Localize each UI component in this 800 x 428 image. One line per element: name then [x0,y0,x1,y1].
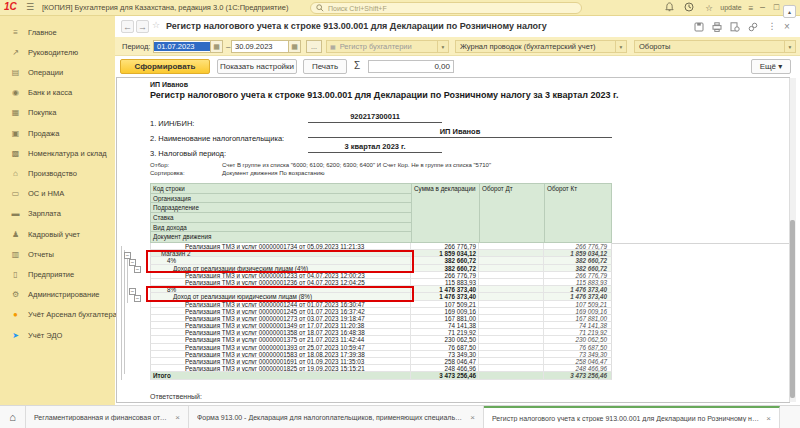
calendar-icon[interactable]: ▦ [210,41,222,52]
table-row[interactable]: Реализация ТМЗ и услуг 00000001358 от 18… [150,329,612,336]
date-from-field[interactable]: 01.07.2023 ▦ [153,40,223,53]
register-icon: ▦ [327,43,336,50]
table-row[interactable]: Реализация ТМЗ и услуг 00000001393 от 25… [150,344,612,351]
sidebar-item[interactable]: ▬Зарплата [0,204,115,224]
table-row[interactable]: Реализация ТМЗ и услуг 00000001233 от 04… [150,272,612,279]
bottom-tab[interactable]: Форма 913.00 - Декларация для налогоплат… [189,406,484,428]
table-header-row-label: Организация [151,194,411,204]
close-tab-icon[interactable]: × [470,413,475,422]
scrollbar-thumb[interactable] [790,220,795,398]
sidebar-item[interactable]: ▦Покупка [0,103,115,123]
sidebar-item[interactable]: ◉Банк и касса [0,83,115,103]
sidebar-item[interactable]: ▭ОС и НМА [0,184,115,204]
table-header-row-label: Вид дохода [151,223,411,233]
register-type-select[interactable]: ▦ Регистр бухгалтерии ▾ [326,40,449,53]
close-form-icon[interactable]: × [780,21,794,33]
more-kebab-icon[interactable]: ⋮ [765,21,779,33]
calendar-icon[interactable]: ▦ [288,41,300,52]
generate-button[interactable]: Сформировать [120,59,210,74]
journal-select[interactable]: Журнал проводок (бухгалтерский учет) ▾ [455,40,627,53]
sidebar-item[interactable]: ↗Руководителю [0,42,115,62]
table-row[interactable]: Реализация ТМЗ и услуг 00000001273 от 03… [150,315,612,322]
sum-field[interactable]: 0,00 [368,60,454,73]
chevron-down-icon[interactable]: ▾ [437,41,448,52]
save-icon[interactable] [692,21,706,33]
sidebar-item[interactable]: ≡Главное [0,22,115,42]
date-to-value[interactable]: 30.09.2023 [232,42,288,51]
sidebar-item-label: Руководителю [28,48,78,57]
sidebar-item[interactable]: ➤Учёт ЭДО [0,325,115,345]
bottom-tab[interactable]: Регистр налогового учета к строке 913.00… [484,406,780,428]
collapse-group-icon[interactable]: − [129,259,136,266]
forward-button[interactable]: → [136,20,149,33]
bottom-tab[interactable]: Регламентированная и финансовая отчетнос… [26,406,189,428]
sidebar-item[interactable]: ▯Предприятие [0,264,115,284]
row-sum: 258 046,47 [411,358,479,364]
sidebar-item[interactable]: ⌂Производство [0,163,115,183]
chevron-down-icon[interactable]: ▾ [615,41,626,52]
back-button[interactable]: ← [121,20,134,33]
period-options-button[interactable]: ... [306,40,322,53]
sidebar-item[interactable]: ⚙Администрирование [0,285,115,305]
sidebar-item[interactable]: ▥Отчеты [0,244,115,264]
table-row[interactable]: Реализация ТМЗ и услуг 00000001583 от 18… [150,351,612,358]
register-type-value: Регистр бухгалтерии [336,42,437,51]
sidebar-item-label: Отчеты [28,250,54,259]
global-search-input[interactable]: Поиск Ctrl+Shift+F [310,2,582,14]
preview-search-icon[interactable] [728,21,742,33]
table-row[interactable]: Реализация ТМЗ и услуг 00000001375 от 21… [150,336,612,343]
update-label[interactable]: update [718,2,744,14]
history-clock-icon[interactable] [682,2,696,14]
turnovers-select[interactable]: Обороты ▾ [634,40,796,53]
report-title: Регистр налогового учета к строке 913.00… [150,90,624,101]
table-row[interactable]: Реализация ТМЗ и услуг 00000001825 от 19… [150,365,612,372]
collapse-group-icon[interactable]: − [134,295,141,302]
close-tab-icon[interactable]: × [175,413,180,422]
row-credit: 230 062,50 [544,336,609,342]
row-credit: 1 476 373,40 [544,293,609,299]
date-to-field[interactable]: 30.09.2023 ▦ [231,40,301,53]
sidebar-item[interactable]: ♟Кадровый учет [0,224,115,244]
column-header-credit: Оборот Кт [545,184,611,242]
search-placeholder: Поиск Ctrl+Shift+F [328,5,387,12]
chevron-down-icon[interactable]: ▾ [784,41,795,52]
period-label: Период: [122,42,150,51]
row-sum: 107 509,21 [411,301,479,307]
favorites-star-icon[interactable]: ☆ [702,2,716,14]
table-total-row[interactable]: Итого3 473 256,463 473 256,46 [150,372,612,380]
show-settings-button[interactable]: Показать настройки [217,59,297,74]
sidebar-item[interactable]: ▤Операции [0,62,115,82]
collapse-group-icon[interactable]: − [129,288,136,295]
sidebar-item[interactable]: ●Учёт Арсенал бухгалтера [0,305,115,325]
collapse-group-icon[interactable]: − [134,266,141,273]
form-nav-row: ← → ☆ Регистр налогового учета к строке … [115,16,800,37]
window-title: [КОПИЯ] Бухгалтерия для Казахстана, реда… [42,3,288,12]
notifications-bell-icon[interactable] [662,2,676,14]
favorite-star-icon[interactable]: ☆ [152,20,160,30]
maximize-button[interactable]: □ [770,1,783,14]
row-sum: 167 881,00 [411,315,479,321]
gear-icon: ⚙ [10,290,21,299]
table-row[interactable]: Реализация ТМЗ и услуг 00000001691 от 01… [150,358,612,365]
column-header-debit: Оборот Дт [480,184,545,242]
home-icon[interactable]: ⌂ [0,406,26,428]
print-icon[interactable] [710,21,724,33]
more-button[interactable]: Ещё ▾ [751,59,791,74]
table-row[interactable]: Реализация ТМЗ и услуг 00000001245 от 01… [150,308,612,315]
collapse-group-icon[interactable]: − [124,252,131,259]
sidebar-item-label: Учёт Арсенал бухгалтера [28,310,117,319]
tabbar-collapse-button[interactable]: ▴ [783,5,796,18]
main-menu-icon[interactable]: ☰ [26,2,34,12]
journal-value: Журнал проводок (бухгалтерский учет) [456,42,615,51]
sidebar-item[interactable]: ▣Продажа [0,123,115,143]
sigma-icon[interactable]: Σ [354,60,360,71]
sidebar-item[interactable]: ▩Номенклатура и склад [0,143,115,163]
close-tab-icon[interactable]: × [766,414,771,423]
date-from-value[interactable]: 01.07.2023 [154,42,210,51]
minimize-button[interactable]: – [756,1,769,14]
sidebar-item-label: Покупка [28,108,56,117]
table-row[interactable]: Реализация ТМЗ и услуг 00000001349 от 17… [150,322,612,329]
row-label: Реализация ТМЗ и услуг 00000001233 от 04… [151,272,411,278]
print-button[interactable]: Печать [303,59,347,74]
link-icon[interactable] [746,21,760,33]
